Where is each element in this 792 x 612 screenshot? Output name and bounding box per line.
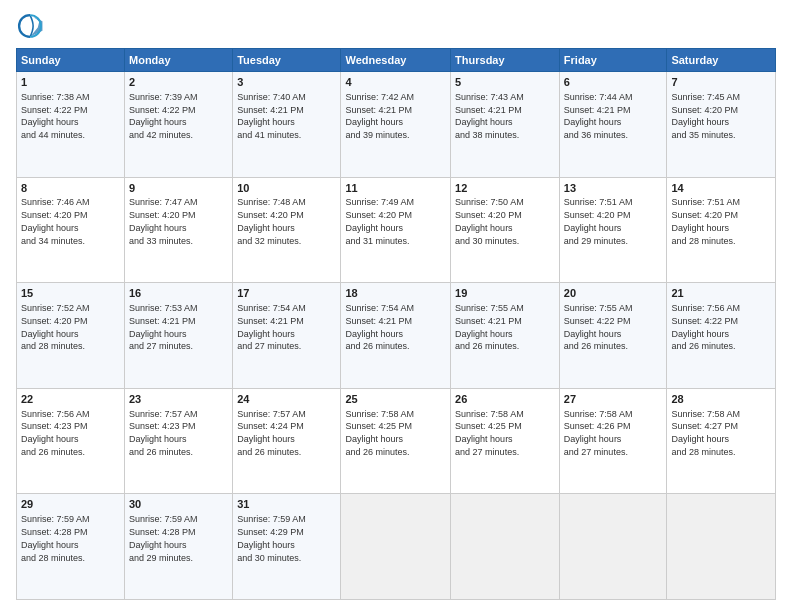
day-info: Sunrise: 7:52 AMSunset: 4:20 PMDaylight …	[21, 303, 90, 351]
calendar-cell: 19 Sunrise: 7:55 AMSunset: 4:21 PMDaylig…	[451, 283, 560, 389]
day-number: 9	[129, 181, 228, 196]
calendar-cell: 11 Sunrise: 7:49 AMSunset: 4:20 PMDaylig…	[341, 177, 451, 283]
calendar-week-row: 22 Sunrise: 7:56 AMSunset: 4:23 PMDaylig…	[17, 388, 776, 494]
day-info: Sunrise: 7:59 AMSunset: 4:28 PMDaylight …	[21, 514, 90, 562]
calendar-week-row: 1 Sunrise: 7:38 AMSunset: 4:22 PMDayligh…	[17, 72, 776, 178]
day-info: Sunrise: 7:59 AMSunset: 4:28 PMDaylight …	[129, 514, 198, 562]
day-info: Sunrise: 7:38 AMSunset: 4:22 PMDaylight …	[21, 92, 90, 140]
day-number: 3	[237, 75, 336, 90]
day-info: Sunrise: 7:57 AMSunset: 4:24 PMDaylight …	[237, 409, 306, 457]
day-info: Sunrise: 7:45 AMSunset: 4:20 PMDaylight …	[671, 92, 740, 140]
day-number: 30	[129, 497, 228, 512]
calendar-header-saturday: Saturday	[667, 49, 776, 72]
day-number: 15	[21, 286, 120, 301]
calendar-header-sunday: Sunday	[17, 49, 125, 72]
calendar-cell: 21 Sunrise: 7:56 AMSunset: 4:22 PMDaylig…	[667, 283, 776, 389]
calendar-header-friday: Friday	[559, 49, 667, 72]
calendar-cell: 18 Sunrise: 7:54 AMSunset: 4:21 PMDaylig…	[341, 283, 451, 389]
day-number: 29	[21, 497, 120, 512]
calendar-header-monday: Monday	[125, 49, 233, 72]
day-info: Sunrise: 7:50 AMSunset: 4:20 PMDaylight …	[455, 197, 524, 245]
calendar-cell: 7 Sunrise: 7:45 AMSunset: 4:20 PMDayligh…	[667, 72, 776, 178]
day-info: Sunrise: 7:47 AMSunset: 4:20 PMDaylight …	[129, 197, 198, 245]
day-info: Sunrise: 7:51 AMSunset: 4:20 PMDaylight …	[671, 197, 740, 245]
day-info: Sunrise: 7:55 AMSunset: 4:22 PMDaylight …	[564, 303, 633, 351]
calendar-table: SundayMondayTuesdayWednesdayThursdayFrid…	[16, 48, 776, 600]
logo	[16, 12, 48, 40]
day-info: Sunrise: 7:57 AMSunset: 4:23 PMDaylight …	[129, 409, 198, 457]
day-number: 13	[564, 181, 663, 196]
day-number: 16	[129, 286, 228, 301]
day-number: 19	[455, 286, 555, 301]
calendar-cell: 14 Sunrise: 7:51 AMSunset: 4:20 PMDaylig…	[667, 177, 776, 283]
day-info: Sunrise: 7:58 AMSunset: 4:25 PMDaylight …	[345, 409, 414, 457]
day-number: 11	[345, 181, 446, 196]
calendar-cell: 23 Sunrise: 7:57 AMSunset: 4:23 PMDaylig…	[125, 388, 233, 494]
calendar-cell: 29 Sunrise: 7:59 AMSunset: 4:28 PMDaylig…	[17, 494, 125, 600]
calendar-cell: 17 Sunrise: 7:54 AMSunset: 4:21 PMDaylig…	[233, 283, 341, 389]
calendar-cell	[451, 494, 560, 600]
calendar-cell: 27 Sunrise: 7:58 AMSunset: 4:26 PMDaylig…	[559, 388, 667, 494]
day-number: 31	[237, 497, 336, 512]
day-number: 12	[455, 181, 555, 196]
day-info: Sunrise: 7:58 AMSunset: 4:27 PMDaylight …	[671, 409, 740, 457]
day-number: 18	[345, 286, 446, 301]
calendar-cell	[341, 494, 451, 600]
calendar-cell: 20 Sunrise: 7:55 AMSunset: 4:22 PMDaylig…	[559, 283, 667, 389]
day-number: 8	[21, 181, 120, 196]
calendar-cell	[559, 494, 667, 600]
day-info: Sunrise: 7:58 AMSunset: 4:26 PMDaylight …	[564, 409, 633, 457]
calendar-cell: 30 Sunrise: 7:59 AMSunset: 4:28 PMDaylig…	[125, 494, 233, 600]
day-info: Sunrise: 7:54 AMSunset: 4:21 PMDaylight …	[237, 303, 306, 351]
day-number: 2	[129, 75, 228, 90]
day-number: 21	[671, 286, 771, 301]
calendar-cell: 5 Sunrise: 7:43 AMSunset: 4:21 PMDayligh…	[451, 72, 560, 178]
header	[16, 12, 776, 40]
day-info: Sunrise: 7:55 AMSunset: 4:21 PMDaylight …	[455, 303, 524, 351]
day-info: Sunrise: 7:42 AMSunset: 4:21 PMDaylight …	[345, 92, 414, 140]
calendar-cell: 6 Sunrise: 7:44 AMSunset: 4:21 PMDayligh…	[559, 72, 667, 178]
calendar-cell: 2 Sunrise: 7:39 AMSunset: 4:22 PMDayligh…	[125, 72, 233, 178]
calendar-header-wednesday: Wednesday	[341, 49, 451, 72]
calendar-cell: 9 Sunrise: 7:47 AMSunset: 4:20 PMDayligh…	[125, 177, 233, 283]
day-info: Sunrise: 7:53 AMSunset: 4:21 PMDaylight …	[129, 303, 198, 351]
day-number: 24	[237, 392, 336, 407]
day-number: 27	[564, 392, 663, 407]
day-number: 5	[455, 75, 555, 90]
calendar-cell: 25 Sunrise: 7:58 AMSunset: 4:25 PMDaylig…	[341, 388, 451, 494]
day-number: 7	[671, 75, 771, 90]
day-number: 17	[237, 286, 336, 301]
day-number: 6	[564, 75, 663, 90]
day-info: Sunrise: 7:58 AMSunset: 4:25 PMDaylight …	[455, 409, 524, 457]
day-number: 14	[671, 181, 771, 196]
day-info: Sunrise: 7:49 AMSunset: 4:20 PMDaylight …	[345, 197, 414, 245]
calendar-header-tuesday: Tuesday	[233, 49, 341, 72]
day-number: 26	[455, 392, 555, 407]
day-info: Sunrise: 7:59 AMSunset: 4:29 PMDaylight …	[237, 514, 306, 562]
calendar-cell: 3 Sunrise: 7:40 AMSunset: 4:21 PMDayligh…	[233, 72, 341, 178]
calendar-cell	[667, 494, 776, 600]
calendar-cell: 12 Sunrise: 7:50 AMSunset: 4:20 PMDaylig…	[451, 177, 560, 283]
calendar-cell: 26 Sunrise: 7:58 AMSunset: 4:25 PMDaylig…	[451, 388, 560, 494]
calendar-week-row: 29 Sunrise: 7:59 AMSunset: 4:28 PMDaylig…	[17, 494, 776, 600]
day-number: 28	[671, 392, 771, 407]
calendar-cell: 28 Sunrise: 7:58 AMSunset: 4:27 PMDaylig…	[667, 388, 776, 494]
day-number: 23	[129, 392, 228, 407]
day-info: Sunrise: 7:46 AMSunset: 4:20 PMDaylight …	[21, 197, 90, 245]
day-info: Sunrise: 7:54 AMSunset: 4:21 PMDaylight …	[345, 303, 414, 351]
calendar-cell: 13 Sunrise: 7:51 AMSunset: 4:20 PMDaylig…	[559, 177, 667, 283]
calendar-cell: 4 Sunrise: 7:42 AMSunset: 4:21 PMDayligh…	[341, 72, 451, 178]
day-info: Sunrise: 7:56 AMSunset: 4:22 PMDaylight …	[671, 303, 740, 351]
calendar-cell: 22 Sunrise: 7:56 AMSunset: 4:23 PMDaylig…	[17, 388, 125, 494]
day-info: Sunrise: 7:51 AMSunset: 4:20 PMDaylight …	[564, 197, 633, 245]
calendar-cell: 15 Sunrise: 7:52 AMSunset: 4:20 PMDaylig…	[17, 283, 125, 389]
calendar-cell: 31 Sunrise: 7:59 AMSunset: 4:29 PMDaylig…	[233, 494, 341, 600]
logo-icon	[16, 12, 44, 40]
day-number: 4	[345, 75, 446, 90]
day-info: Sunrise: 7:56 AMSunset: 4:23 PMDaylight …	[21, 409, 90, 457]
day-number: 20	[564, 286, 663, 301]
calendar-cell: 10 Sunrise: 7:48 AMSunset: 4:20 PMDaylig…	[233, 177, 341, 283]
calendar-cell: 1 Sunrise: 7:38 AMSunset: 4:22 PMDayligh…	[17, 72, 125, 178]
day-info: Sunrise: 7:44 AMSunset: 4:21 PMDaylight …	[564, 92, 633, 140]
day-info: Sunrise: 7:39 AMSunset: 4:22 PMDaylight …	[129, 92, 198, 140]
